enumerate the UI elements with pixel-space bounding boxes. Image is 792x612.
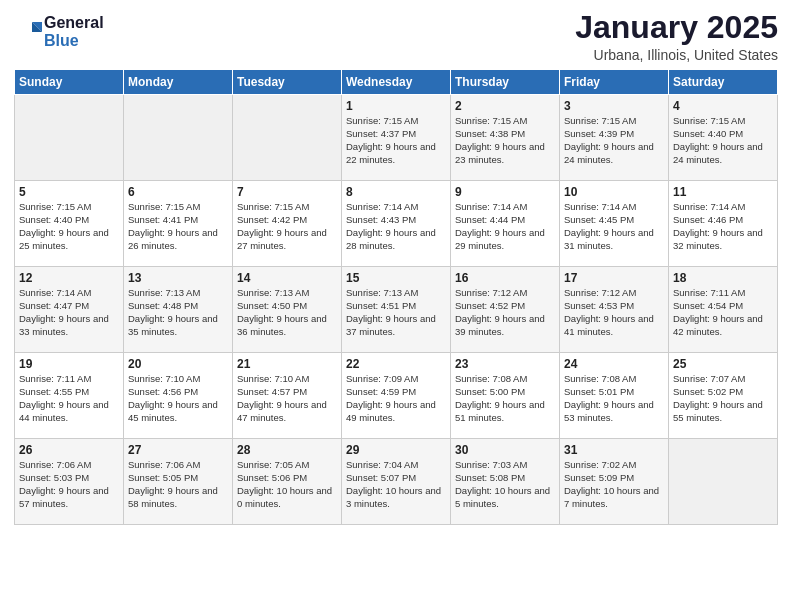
week-row-2: 5Sunrise: 7:15 AM Sunset: 4:40 PM Daylig… <box>15 181 778 267</box>
title-block: January 2025 Urbana, Illinois, United St… <box>575 10 778 63</box>
day-cell <box>124 95 233 181</box>
day-cell: 7Sunrise: 7:15 AM Sunset: 4:42 PM Daylig… <box>233 181 342 267</box>
day-cell: 16Sunrise: 7:12 AM Sunset: 4:52 PM Dayli… <box>451 267 560 353</box>
day-cell: 17Sunrise: 7:12 AM Sunset: 4:53 PM Dayli… <box>560 267 669 353</box>
day-number: 17 <box>564 271 664 285</box>
day-cell: 9Sunrise: 7:14 AM Sunset: 4:44 PM Daylig… <box>451 181 560 267</box>
day-number: 8 <box>346 185 446 199</box>
day-cell: 10Sunrise: 7:14 AM Sunset: 4:45 PM Dayli… <box>560 181 669 267</box>
day-info: Sunrise: 7:15 AM Sunset: 4:40 PM Dayligh… <box>673 115 773 166</box>
day-cell: 1Sunrise: 7:15 AM Sunset: 4:37 PM Daylig… <box>342 95 451 181</box>
day-cell: 28Sunrise: 7:05 AM Sunset: 5:06 PM Dayli… <box>233 439 342 525</box>
week-row-3: 12Sunrise: 7:14 AM Sunset: 4:47 PM Dayli… <box>15 267 778 353</box>
weekday-header-wednesday: Wednesday <box>342 70 451 95</box>
day-info: Sunrise: 7:02 AM Sunset: 5:09 PM Dayligh… <box>564 459 664 510</box>
day-cell: 4Sunrise: 7:15 AM Sunset: 4:40 PM Daylig… <box>669 95 778 181</box>
day-number: 19 <box>19 357 119 371</box>
day-info: Sunrise: 7:06 AM Sunset: 5:03 PM Dayligh… <box>19 459 119 510</box>
day-cell: 12Sunrise: 7:14 AM Sunset: 4:47 PM Dayli… <box>15 267 124 353</box>
day-info: Sunrise: 7:10 AM Sunset: 4:57 PM Dayligh… <box>237 373 337 424</box>
day-cell: 14Sunrise: 7:13 AM Sunset: 4:50 PM Dayli… <box>233 267 342 353</box>
day-info: Sunrise: 7:12 AM Sunset: 4:53 PM Dayligh… <box>564 287 664 338</box>
day-number: 10 <box>564 185 664 199</box>
day-number: 15 <box>346 271 446 285</box>
calendar-subtitle: Urbana, Illinois, United States <box>575 47 778 63</box>
day-cell: 30Sunrise: 7:03 AM Sunset: 5:08 PM Dayli… <box>451 439 560 525</box>
day-cell <box>233 95 342 181</box>
weekday-header-saturday: Saturday <box>669 70 778 95</box>
day-info: Sunrise: 7:03 AM Sunset: 5:08 PM Dayligh… <box>455 459 555 510</box>
day-info: Sunrise: 7:10 AM Sunset: 4:56 PM Dayligh… <box>128 373 228 424</box>
day-cell: 22Sunrise: 7:09 AM Sunset: 4:59 PM Dayli… <box>342 353 451 439</box>
day-info: Sunrise: 7:06 AM Sunset: 5:05 PM Dayligh… <box>128 459 228 510</box>
calendar-title: January 2025 <box>575 10 778 45</box>
day-cell: 26Sunrise: 7:06 AM Sunset: 5:03 PM Dayli… <box>15 439 124 525</box>
day-number: 14 <box>237 271 337 285</box>
week-row-1: 1Sunrise: 7:15 AM Sunset: 4:37 PM Daylig… <box>15 95 778 181</box>
day-number: 29 <box>346 443 446 457</box>
day-cell: 15Sunrise: 7:13 AM Sunset: 4:51 PM Dayli… <box>342 267 451 353</box>
day-number: 1 <box>346 99 446 113</box>
day-info: Sunrise: 7:15 AM Sunset: 4:41 PM Dayligh… <box>128 201 228 252</box>
logo-icon <box>14 18 42 46</box>
weekday-header-tuesday: Tuesday <box>233 70 342 95</box>
day-cell: 25Sunrise: 7:07 AM Sunset: 5:02 PM Dayli… <box>669 353 778 439</box>
weekday-header-sunday: Sunday <box>15 70 124 95</box>
day-number: 31 <box>564 443 664 457</box>
weekday-header-thursday: Thursday <box>451 70 560 95</box>
day-cell: 18Sunrise: 7:11 AM Sunset: 4:54 PM Dayli… <box>669 267 778 353</box>
day-info: Sunrise: 7:15 AM Sunset: 4:39 PM Dayligh… <box>564 115 664 166</box>
day-info: Sunrise: 7:15 AM Sunset: 4:37 PM Dayligh… <box>346 115 446 166</box>
weekday-header-monday: Monday <box>124 70 233 95</box>
day-cell: 3Sunrise: 7:15 AM Sunset: 4:39 PM Daylig… <box>560 95 669 181</box>
day-cell: 20Sunrise: 7:10 AM Sunset: 4:56 PM Dayli… <box>124 353 233 439</box>
logo-general: General <box>44 14 104 32</box>
logo-text: General Blue <box>44 14 104 49</box>
day-number: 4 <box>673 99 773 113</box>
day-info: Sunrise: 7:08 AM Sunset: 5:00 PM Dayligh… <box>455 373 555 424</box>
day-info: Sunrise: 7:12 AM Sunset: 4:52 PM Dayligh… <box>455 287 555 338</box>
day-cell: 5Sunrise: 7:15 AM Sunset: 4:40 PM Daylig… <box>15 181 124 267</box>
day-info: Sunrise: 7:15 AM Sunset: 4:40 PM Dayligh… <box>19 201 119 252</box>
day-info: Sunrise: 7:09 AM Sunset: 4:59 PM Dayligh… <box>346 373 446 424</box>
day-number: 21 <box>237 357 337 371</box>
day-info: Sunrise: 7:13 AM Sunset: 4:50 PM Dayligh… <box>237 287 337 338</box>
day-number: 13 <box>128 271 228 285</box>
day-info: Sunrise: 7:14 AM Sunset: 4:45 PM Dayligh… <box>564 201 664 252</box>
day-cell: 6Sunrise: 7:15 AM Sunset: 4:41 PM Daylig… <box>124 181 233 267</box>
day-number: 2 <box>455 99 555 113</box>
day-number: 25 <box>673 357 773 371</box>
calendar-body: 1Sunrise: 7:15 AM Sunset: 4:37 PM Daylig… <box>15 95 778 525</box>
day-cell: 27Sunrise: 7:06 AM Sunset: 5:05 PM Dayli… <box>124 439 233 525</box>
day-number: 9 <box>455 185 555 199</box>
week-row-5: 26Sunrise: 7:06 AM Sunset: 5:03 PM Dayli… <box>15 439 778 525</box>
day-cell: 29Sunrise: 7:04 AM Sunset: 5:07 PM Dayli… <box>342 439 451 525</box>
day-number: 5 <box>19 185 119 199</box>
logo: General Blue <box>14 14 104 49</box>
day-number: 30 <box>455 443 555 457</box>
day-cell: 23Sunrise: 7:08 AM Sunset: 5:00 PM Dayli… <box>451 353 560 439</box>
header: General Blue January 2025 Urbana, Illino… <box>14 10 778 63</box>
day-cell: 24Sunrise: 7:08 AM Sunset: 5:01 PM Dayli… <box>560 353 669 439</box>
day-number: 3 <box>564 99 664 113</box>
day-number: 11 <box>673 185 773 199</box>
day-info: Sunrise: 7:07 AM Sunset: 5:02 PM Dayligh… <box>673 373 773 424</box>
logo-blue: Blue <box>44 32 104 50</box>
day-number: 12 <box>19 271 119 285</box>
day-info: Sunrise: 7:14 AM Sunset: 4:44 PM Dayligh… <box>455 201 555 252</box>
day-info: Sunrise: 7:11 AM Sunset: 4:54 PM Dayligh… <box>673 287 773 338</box>
day-cell: 31Sunrise: 7:02 AM Sunset: 5:09 PM Dayli… <box>560 439 669 525</box>
calendar-page: General Blue January 2025 Urbana, Illino… <box>0 0 792 612</box>
day-number: 6 <box>128 185 228 199</box>
weekday-header-friday: Friday <box>560 70 669 95</box>
day-number: 26 <box>19 443 119 457</box>
day-info: Sunrise: 7:14 AM Sunset: 4:47 PM Dayligh… <box>19 287 119 338</box>
day-cell: 21Sunrise: 7:10 AM Sunset: 4:57 PM Dayli… <box>233 353 342 439</box>
day-info: Sunrise: 7:05 AM Sunset: 5:06 PM Dayligh… <box>237 459 337 510</box>
day-info: Sunrise: 7:14 AM Sunset: 4:46 PM Dayligh… <box>673 201 773 252</box>
day-cell: 13Sunrise: 7:13 AM Sunset: 4:48 PM Dayli… <box>124 267 233 353</box>
day-number: 22 <box>346 357 446 371</box>
day-number: 27 <box>128 443 228 457</box>
day-info: Sunrise: 7:08 AM Sunset: 5:01 PM Dayligh… <box>564 373 664 424</box>
weekday-row: SundayMondayTuesdayWednesdayThursdayFrid… <box>15 70 778 95</box>
